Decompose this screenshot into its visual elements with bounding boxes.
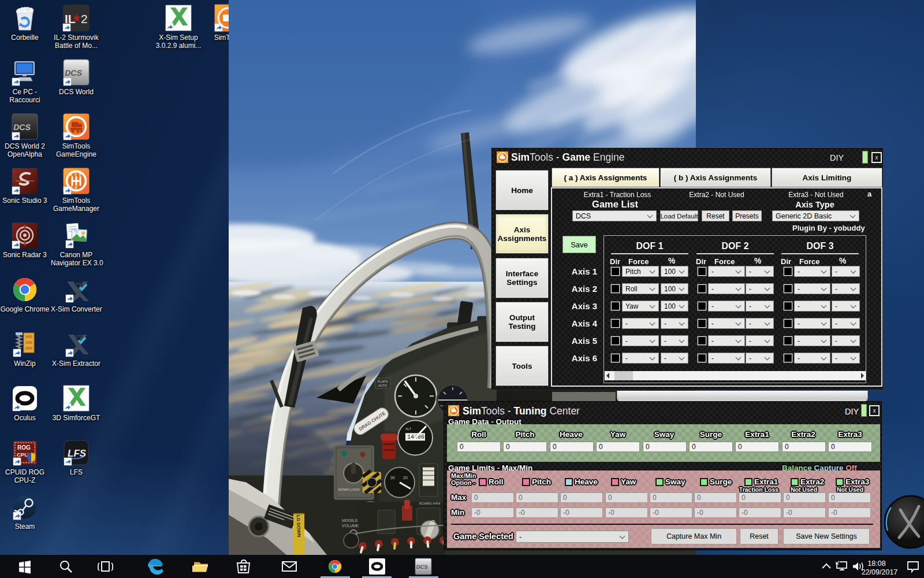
svg-text:ROG: ROG [17, 444, 31, 451]
svg-text:LG DOWN: LG DOWN [296, 515, 301, 538]
svg-text:2: 2 [81, 12, 88, 25]
svg-text:ALT: ALT [405, 427, 412, 431]
svg-text:VOLUME: VOLUME [342, 524, 359, 528]
svg-text:DCS: DCS [416, 564, 428, 570]
svg-text:1: 1 [70, 172, 73, 176]
svg-text:IL: IL [65, 12, 76, 25]
svg-text:MISSILE: MISSILE [342, 518, 358, 523]
svg-text:DCS: DCS [64, 68, 83, 77]
svg-text:5: 5 [79, 172, 81, 176]
svg-text:BOMBS ARM: BOMBS ARM [419, 502, 440, 505]
svg-text:DCS: DCS [13, 123, 31, 132]
svg-text:18:08: 18:08 [867, 560, 885, 568]
svg-text:AUTO: AUTO [378, 384, 388, 387]
svg-text:DOWN LOCK: DOWN LOCK [338, 488, 360, 491]
svg-text:30: 30 [390, 476, 395, 480]
svg-text:FLAPS: FLAPS [378, 380, 388, 383]
svg-text:22/09/2017: 22/09/2017 [862, 568, 898, 576]
svg-text:4: 4 [75, 186, 77, 190]
svg-text:20: 20 [403, 476, 408, 480]
svg-text:3: 3 [74, 172, 77, 176]
